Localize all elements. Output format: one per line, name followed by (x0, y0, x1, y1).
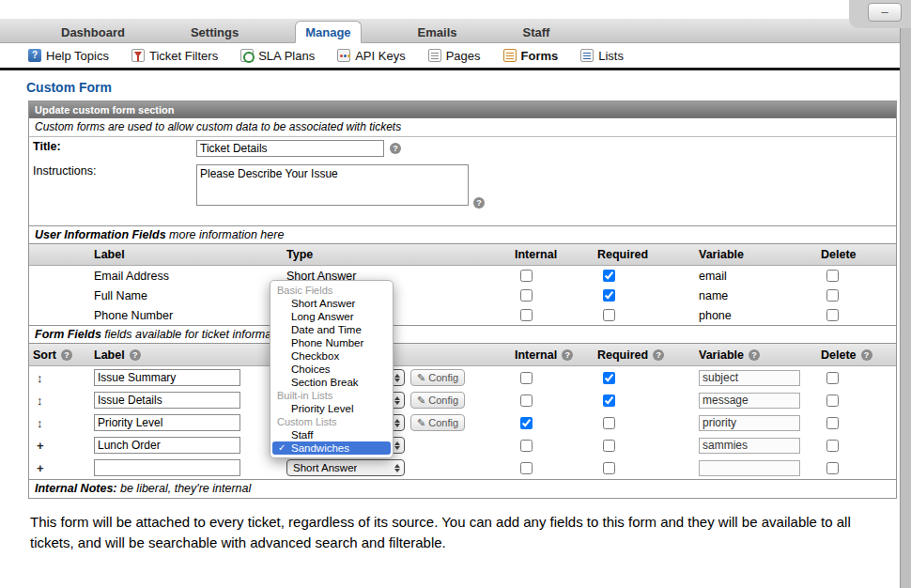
internal-checkbox[interactable] (520, 417, 533, 429)
dropdown-item[interactable]: Choices (270, 363, 393, 376)
variable-value: phone (695, 309, 817, 322)
help-icon[interactable]: ? (473, 197, 485, 209)
form-fields-header-row: Sort? Label? Internal? Required? Variabl… (29, 344, 896, 366)
required-checkbox[interactable] (603, 440, 615, 452)
subnav-pages[interactable]: Pages (428, 49, 481, 63)
required-checkbox[interactable] (603, 289, 615, 302)
help-icon[interactable]: ? (861, 349, 872, 361)
variable-input[interactable] (699, 393, 800, 409)
subnav-label: Forms (521, 49, 559, 63)
checkmark-icon: ✓ (278, 441, 286, 455)
subnav-ticket-filters[interactable]: Ticket Filters (131, 49, 218, 63)
help-icon[interactable]: ? (749, 349, 760, 361)
dropdown-item[interactable]: Phone Number (270, 336, 393, 349)
required-checkbox[interactable] (603, 309, 615, 321)
variable-input[interactable] (699, 460, 800, 476)
sort-handle[interactable]: ↕ (37, 394, 43, 408)
delete-checkbox[interactable] (826, 372, 839, 384)
label-input[interactable] (94, 459, 240, 476)
variable-input[interactable] (699, 370, 800, 386)
sort-handle[interactable]: ↕ (37, 416, 43, 430)
label-input[interactable] (94, 437, 240, 454)
delete-checkbox[interactable] (826, 289, 839, 302)
help-icon[interactable]: ? (562, 349, 573, 361)
header-required: Required? (594, 348, 695, 362)
delete-checkbox[interactable] (826, 417, 839, 429)
sort-handle[interactable]: ↕ (37, 371, 43, 385)
internal-notes-label: Internal Notes: (35, 482, 117, 495)
subnav-sla-plans[interactable]: SLA Plans (240, 49, 315, 63)
internal-checkbox[interactable] (520, 440, 533, 452)
tab-manage[interactable]: Manage (295, 21, 361, 43)
required-checkbox[interactable] (603, 462, 615, 474)
tab-staff[interactable]: Staff (514, 22, 560, 42)
table-row: ↕ ✎Config (29, 411, 896, 434)
section-header: Update custom form section (29, 101, 896, 118)
delete-checkbox[interactable] (826, 440, 839, 452)
label-input[interactable] (94, 414, 240, 431)
internal-checkbox[interactable] (520, 395, 533, 407)
delete-checkbox[interactable] (826, 309, 839, 321)
config-button[interactable]: ✎Config (410, 392, 465, 409)
dropdown-item[interactable]: Checkbox (270, 349, 393, 363)
internal-checkbox[interactable] (520, 372, 533, 384)
select-arrows-icon (394, 396, 400, 405)
type-dropdown-menu: Basic Fields Short Answer Long Answer Da… (270, 280, 394, 458)
help-icon[interactable]: ? (653, 349, 664, 361)
config-button[interactable]: ✎Config (410, 414, 465, 431)
form-fields-heading-note: fields available for ticket information (101, 328, 290, 341)
label-input[interactable] (94, 392, 240, 409)
label-input[interactable] (94, 369, 240, 386)
internal-notes-body[interactable]: This form will be attached to every tick… (30, 512, 878, 553)
tab-dashboard[interactable]: Dashboard (52, 22, 134, 42)
add-row-handle[interactable]: + (37, 439, 44, 453)
help-icon[interactable]: ? (130, 349, 141, 361)
tab-emails[interactable]: Emails (409, 22, 467, 42)
dropdown-item[interactable]: Staff (270, 428, 393, 441)
title-input[interactable] (196, 140, 384, 157)
delete-checkbox[interactable] (826, 462, 839, 474)
subnav-forms[interactable]: Forms (503, 49, 559, 63)
dropdown-item[interactable]: Section Break (270, 376, 393, 389)
delete-checkbox[interactable] (826, 395, 839, 407)
manage-subnav: Help Topics Ticket Filters SLA Plans API… (0, 43, 900, 68)
dropdown-item[interactable]: Long Answer (270, 310, 393, 323)
dropdown-item[interactable]: Date and Time (270, 323, 393, 336)
delete-checkbox[interactable] (826, 270, 839, 282)
internal-checkbox[interactable] (520, 309, 533, 321)
dropdown-item[interactable]: Short Answer (270, 297, 393, 310)
tab-settings[interactable]: Settings (181, 22, 248, 42)
instructions-label: Instructions: (29, 164, 196, 178)
table-row: Full Name name (29, 286, 896, 305)
dropdown-item[interactable]: Priority Level (270, 402, 393, 415)
required-checkbox[interactable] (603, 372, 615, 384)
subnav-label: Lists (598, 49, 624, 63)
user-fields-heading-text: User Information Fields (35, 228, 166, 241)
custom-form-box: Update custom form section Custom forms … (28, 101, 897, 499)
help-icon[interactable]: ? (61, 349, 72, 361)
page-title: Custom Form (26, 80, 911, 95)
header-label: Label (90, 248, 283, 261)
subnav-label: Ticket Filters (149, 49, 218, 63)
subnav-help-topics[interactable]: Help Topics (28, 49, 109, 63)
required-checkbox[interactable] (603, 395, 615, 407)
required-checkbox[interactable] (603, 417, 615, 429)
form-fields-heading: Form Fields fields available for ticket … (29, 325, 896, 344)
add-row-handle[interactable]: + (37, 461, 44, 475)
type-select[interactable]: Short Answer (286, 459, 405, 476)
variable-input[interactable] (699, 438, 800, 454)
minimize-button[interactable]: – (868, 3, 902, 22)
internal-checkbox[interactable] (520, 462, 533, 474)
required-checkbox[interactable] (603, 270, 615, 282)
subnav-lists[interactable]: Lists (580, 49, 624, 63)
internal-checkbox[interactable] (520, 270, 533, 282)
config-button[interactable]: ✎Config (410, 369, 465, 386)
title-row: Title: ? (29, 137, 896, 162)
dropdown-item-selected[interactable]: ✓Sandwiches (272, 441, 391, 455)
subnav-api-keys[interactable]: API Keys (337, 49, 405, 63)
instructions-textarea[interactable]: Please Describe Your Issue (196, 164, 469, 206)
help-icon[interactable]: ? (390, 143, 401, 154)
pencil-icon: ✎ (417, 395, 425, 407)
variable-input[interactable] (699, 415, 800, 431)
internal-checkbox[interactable] (520, 289, 533, 302)
